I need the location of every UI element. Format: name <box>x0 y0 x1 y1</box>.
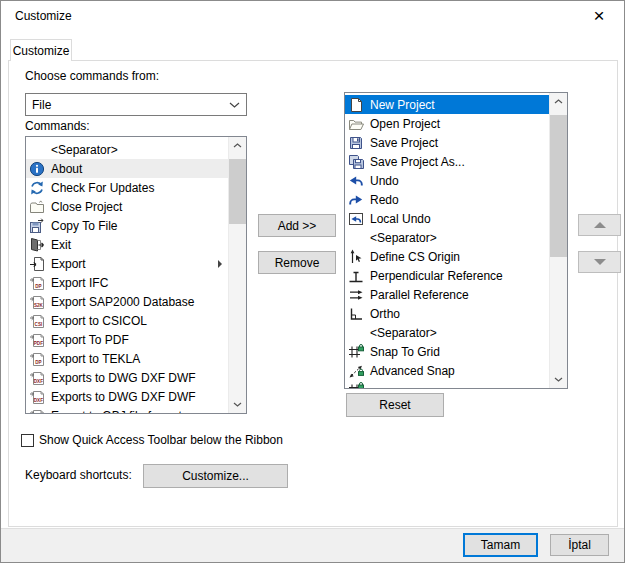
page-CSI-icon: CSI <box>29 313 45 329</box>
scroll-up-icon[interactable] <box>229 137 246 154</box>
list-item[interactable]: DPExport to TEKLA <box>26 349 229 368</box>
remove-button-label: Remove <box>275 256 320 270</box>
export-icon <box>29 256 45 272</box>
page-PDF-icon: PDF <box>29 332 45 348</box>
list-item-label: Parallel Reference <box>370 288 469 302</box>
scrollbar-thumb[interactable] <box>229 159 246 224</box>
list-item[interactable]: Ortho <box>345 304 550 323</box>
list-item[interactable]: S2KExport SAP2000 Database <box>26 292 229 311</box>
list-separator-item[interactable]: <Separator> <box>345 228 550 247</box>
folder-icon <box>29 199 45 215</box>
refresh-icon <box>29 180 45 196</box>
list-item-label: Export <box>51 257 86 271</box>
list-item[interactable]: Perpendicular Reference <box>345 266 550 285</box>
list-item[interactable]: Advanced Snap <box>345 361 550 380</box>
tab-label: Customize <box>13 44 70 58</box>
list-item[interactable]: Save Project <box>345 133 550 152</box>
blank-icon <box>348 325 364 341</box>
list-item-label: Export to TEKLA <box>51 352 140 366</box>
list-item-label: Undo <box>370 174 399 188</box>
list-item[interactable]: Exit <box>26 235 229 254</box>
snap-grid-icon <box>348 382 364 389</box>
list-item-label: Export IFC <box>51 276 108 290</box>
arrow-up-icon <box>594 222 606 228</box>
scrollbar-thumb[interactable] <box>550 115 567 257</box>
choose-commands-label: Choose commands from: <box>25 69 159 83</box>
customize-shortcuts-button[interactable]: Customize... <box>143 464 288 488</box>
list-item[interactable]: Undo <box>345 171 550 190</box>
list-item-label: Save Project <box>370 136 438 150</box>
quick-access-list[interactable]: New ProjectOpen ProjectSave ProjectSave … <box>344 92 568 389</box>
commands-list-scrollbar[interactable] <box>228 137 246 413</box>
quick-access-scrollbar[interactable] <box>549 93 567 388</box>
list-item-label: Close Project <box>51 200 122 214</box>
ok-button-label: Tamam <box>481 538 520 552</box>
list-item-label: Exports to DWG DXF DWF <box>51 371 196 385</box>
list-item-label: <Separator> <box>370 231 437 245</box>
list-item[interactable]: DXFExports to DWG DXF DWF <box>26 368 229 387</box>
list-separator-item[interactable]: <Separator> <box>26 140 229 159</box>
customize-dialog: Customize × Customize Choose commands fr… <box>0 0 625 563</box>
list-item-label: Save Project As... <box>370 155 465 169</box>
customize-shortcuts-label: Customize... <box>182 469 249 483</box>
list-item-label: Define CS Origin <box>370 250 460 264</box>
list-item-label: About <box>51 162 82 176</box>
redo-icon <box>348 192 364 208</box>
list-item[interactable]: OBJExport to OBJ file format <box>26 406 229 413</box>
arrow-down-icon <box>594 259 606 265</box>
move-up-button[interactable] <box>578 214 621 236</box>
parallel-ref-icon <box>348 287 364 303</box>
undo-icon <box>348 173 364 189</box>
info-icon <box>29 161 45 177</box>
blank-icon <box>29 142 45 158</box>
reset-button[interactable]: Reset <box>346 393 444 417</box>
scroll-down-icon[interactable] <box>550 371 567 388</box>
svg-text:DXF: DXF <box>34 398 43 403</box>
list-item-label: Ortho <box>370 307 400 321</box>
list-item[interactable] <box>345 380 550 388</box>
add-button[interactable]: Add >> <box>258 214 336 237</box>
cancel-button[interactable]: İptal <box>550 534 609 556</box>
list-item[interactable]: DXFExports to DWG DXF DWF <box>26 387 229 406</box>
remove-button[interactable]: Remove <box>258 251 336 274</box>
perp-ref-icon <box>348 268 364 284</box>
commands-source-dropdown[interactable]: File <box>25 93 247 116</box>
quick-access-below-ribbon-checkbox[interactable] <box>21 434 34 447</box>
tab-customize[interactable]: Customize <box>10 39 72 61</box>
list-item[interactable]: Copy To File <box>26 216 229 235</box>
list-item-label: Copy To File <box>51 219 117 233</box>
scroll-down-icon[interactable] <box>229 396 246 413</box>
list-item-label: <Separator> <box>51 143 118 157</box>
list-item-label: Local Undo <box>370 212 431 226</box>
svg-text:S2K: S2K <box>34 303 44 308</box>
keyboard-shortcuts-label: Keyboard shortcuts: <box>25 468 132 482</box>
list-item[interactable]: Define CS Origin <box>345 247 550 266</box>
page-OBJ-icon: OBJ <box>29 408 45 414</box>
list-item[interactable]: Export <box>26 254 229 273</box>
list-item[interactable]: Redo <box>345 190 550 209</box>
list-item-label: Exit <box>51 238 71 252</box>
list-item[interactable]: Check For Updates <box>26 178 229 197</box>
list-item[interactable]: Open Project <box>345 114 550 133</box>
svg-text:CSI: CSI <box>35 322 43 327</box>
page-S2K-icon: S2K <box>29 294 45 310</box>
list-item[interactable]: DPExport IFC <box>26 273 229 292</box>
cancel-button-label: İptal <box>568 538 591 552</box>
commands-list[interactable]: <Separator>AboutCheck For UpdatesClose P… <box>25 136 247 414</box>
list-item[interactable]: Close Project <box>26 197 229 216</box>
list-separator-item[interactable]: <Separator> <box>345 323 550 342</box>
ok-button[interactable]: Tamam <box>463 533 538 557</box>
list-item[interactable]: About <box>26 159 229 178</box>
list-item[interactable]: CSIExport to CSICOL <box>26 311 229 330</box>
list-item[interactable]: Parallel Reference <box>345 285 550 304</box>
scroll-up-icon[interactable] <box>550 93 567 110</box>
list-item[interactable]: Local Undo <box>345 209 550 228</box>
list-item[interactable]: PDFExport To PDF <box>26 330 229 349</box>
commands-label: Commands: <box>25 119 90 133</box>
list-item[interactable]: New Project <box>345 95 550 114</box>
list-item[interactable]: Snap To Grid <box>345 342 550 361</box>
move-down-button[interactable] <box>578 251 621 273</box>
list-item[interactable]: Save Project As... <box>345 152 550 171</box>
save-as-icon <box>348 154 364 170</box>
close-icon[interactable]: × <box>584 3 614 29</box>
